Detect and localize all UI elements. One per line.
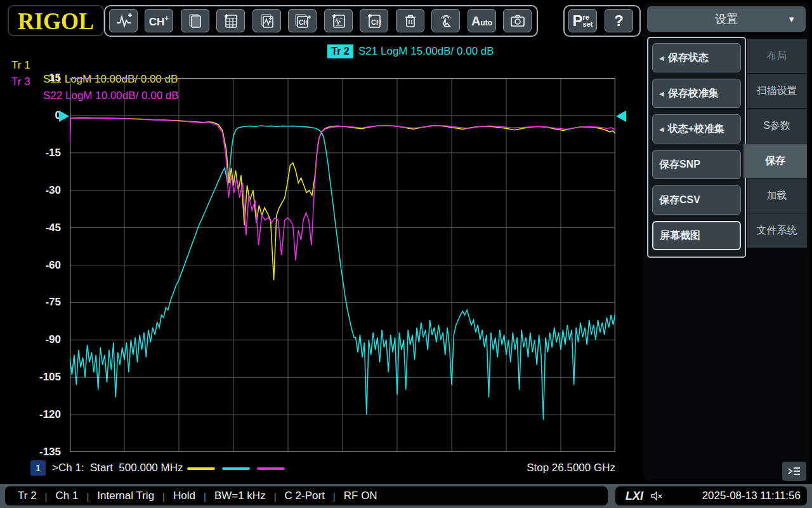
template-channel-button[interactable]: CH xyxy=(360,9,388,32)
touch-icon xyxy=(438,13,454,29)
menu-item-s-params[interactable]: S参数 xyxy=(747,109,807,143)
status-rf: RF ON xyxy=(344,490,377,502)
legend-dash-tr3 xyxy=(257,467,285,470)
status-bandwidth: BW=1 kHz xyxy=(214,490,266,502)
preset-button[interactable]: P reset xyxy=(568,9,597,32)
submenu-item-save-state[interactable]: ◀ 保存状态 xyxy=(652,43,741,72)
trash-icon xyxy=(402,13,419,29)
auto-scale-button[interactable]: Auto xyxy=(468,9,496,32)
vna-screen: RIGOL CH+ xyxy=(0,0,812,508)
window-ch-plus-icon: CH xyxy=(293,13,312,29)
new-window-channel-button[interactable]: CH xyxy=(288,9,317,32)
add-trace-button[interactable] xyxy=(109,9,138,32)
trace2-active-badge[interactable]: Tr 2 xyxy=(327,44,353,58)
trace2-detail: S21 LogM 15.00dB/ 0.00 dB xyxy=(358,44,494,58)
y-tick-label: -90 xyxy=(5,333,61,346)
status-active-channel: Ch 1 xyxy=(56,490,79,502)
svg-text:CH: CH xyxy=(371,18,381,26)
menu-item-file-system[interactable]: 文件系统 xyxy=(747,213,807,248)
status-bar: Tr 2 | Ch 1 | Internal Trig | Hold | BW=… xyxy=(0,484,812,508)
sidebar-title: 设置 xyxy=(715,11,738,27)
submenu-panel: ◀ 保存状态 ◀ 保存校准集 ◀ 状态+校准集 保存SNP 保存CSV 屏幕截图 xyxy=(647,37,746,258)
status-right-box: LXI 2025-08-13 11:11:56 xyxy=(615,486,807,505)
lxi-logo: LXI xyxy=(625,490,643,503)
wave-plus-icon xyxy=(115,13,133,29)
status-trigger: Internal Trig xyxy=(97,490,154,502)
menu-collapse-icon xyxy=(787,465,802,477)
status-hold: Hold xyxy=(173,490,195,502)
rigol-logo-text: RIGOL xyxy=(18,6,94,34)
channel-start-label: >Ch 1: Start 500.000 MHz xyxy=(52,460,183,476)
pages-icon xyxy=(187,13,204,29)
status-left-box: Tr 2 | Ch 1 | Internal Trig | Hold | BW=… xyxy=(5,486,608,505)
svg-text:CH: CH xyxy=(299,19,308,26)
submenu-left-arrow-icon: ◀ xyxy=(659,55,664,62)
submenu-item-save-snp[interactable]: 保存SNP xyxy=(652,150,741,179)
add-channel-button[interactable]: CH+ xyxy=(145,9,173,32)
toolbar-preset-group: P reset ? xyxy=(563,5,641,37)
y-tick-label: -75 xyxy=(5,296,61,309)
new-report-button[interactable] xyxy=(216,9,245,32)
window-wave-icon xyxy=(259,13,275,29)
clipboard-wave-icon xyxy=(331,13,347,29)
plot-area xyxy=(70,78,615,452)
channel-stop-label: Stop 26.5000 GHz xyxy=(488,460,615,476)
channel-badge[interactable]: 1 xyxy=(30,460,46,476)
delete-button[interactable] xyxy=(396,9,424,32)
mute-icon[interactable] xyxy=(650,490,664,502)
camera-icon xyxy=(509,13,527,29)
touch-button[interactable] xyxy=(431,9,460,32)
sidebar-header-dropdown[interactable]: 设置 ▼ xyxy=(647,6,806,32)
y-tick-label: -60 xyxy=(5,259,61,272)
y-tick-label: -120 xyxy=(5,408,61,421)
y-tick-label: -30 xyxy=(5,184,61,197)
ref-level-marker-left[interactable] xyxy=(59,110,69,122)
sidebar-panel: 设置 ▼ ◀ 保存状态 ◀ 保存校准集 ◀ 状态+校准集 保存SNP 保存CSV xyxy=(643,3,809,481)
chevron-down-icon: ▼ xyxy=(787,15,796,24)
menu-item-sweep-setup[interactable]: 扫描设置 xyxy=(747,74,807,108)
help-icon: ? xyxy=(614,12,624,30)
auto-icon: Auto xyxy=(471,15,492,27)
y-tick-label: 15 xyxy=(5,72,61,84)
legend-dash-tr2 xyxy=(222,467,250,470)
y-tick-label: 0 xyxy=(5,109,61,122)
submenu-item-save-cal[interactable]: ◀ 保存校准集 xyxy=(652,79,741,108)
trace-info-row-1: Tr 1 S11 LogM 10.00dB/ 0.00 dB xyxy=(0,44,12,58)
copy-button[interactable] xyxy=(181,9,209,32)
y-tick-label: -45 xyxy=(5,222,61,234)
help-button[interactable]: ? xyxy=(605,9,633,32)
ref-level-marker-right[interactable] xyxy=(616,110,626,122)
submenu-left-arrow-icon: ◀ xyxy=(659,126,664,133)
screenshot-button[interactable] xyxy=(503,9,532,32)
ch-plus-icon: CH+ xyxy=(149,15,169,27)
y-tick-label: -135 xyxy=(5,446,61,458)
menu-item-layout[interactable]: 布局 xyxy=(747,39,807,73)
status-active-trace: Tr 2 xyxy=(18,490,37,502)
menu-item-save[interactable]: 保存 xyxy=(743,144,807,178)
table-plus-icon xyxy=(223,13,239,29)
submenu-item-state-cal[interactable]: ◀ 状态+校准集 xyxy=(652,114,741,144)
submenu-item-screenshot[interactable]: 屏幕截图 xyxy=(652,221,741,250)
template-trace-button[interactable] xyxy=(324,9,353,32)
submenu-item-save-csv[interactable]: 保存CSV xyxy=(652,185,741,215)
new-window-trace-button[interactable] xyxy=(252,9,281,32)
legend-dash-tr1 xyxy=(187,467,215,470)
rigol-logo: RIGOL xyxy=(8,5,104,36)
preset-icon: P reset xyxy=(573,12,593,30)
menu-collapse-button[interactable] xyxy=(782,462,806,481)
submenu-left-arrow-icon: ◀ xyxy=(659,90,664,97)
datetime: 2025-08-13 11:11:56 xyxy=(702,490,801,502)
status-cal: C 2-Port xyxy=(285,490,325,502)
toolbar-main-group: CH+ xyxy=(104,5,538,37)
trace1-id: Tr 1 xyxy=(11,58,30,72)
menu-item-load[interactable]: 加载 xyxy=(747,178,807,213)
y-tick-label: -15 xyxy=(5,147,61,159)
y-tick-label: -105 xyxy=(5,371,61,384)
clipboard-ch-icon: CH xyxy=(366,13,383,29)
